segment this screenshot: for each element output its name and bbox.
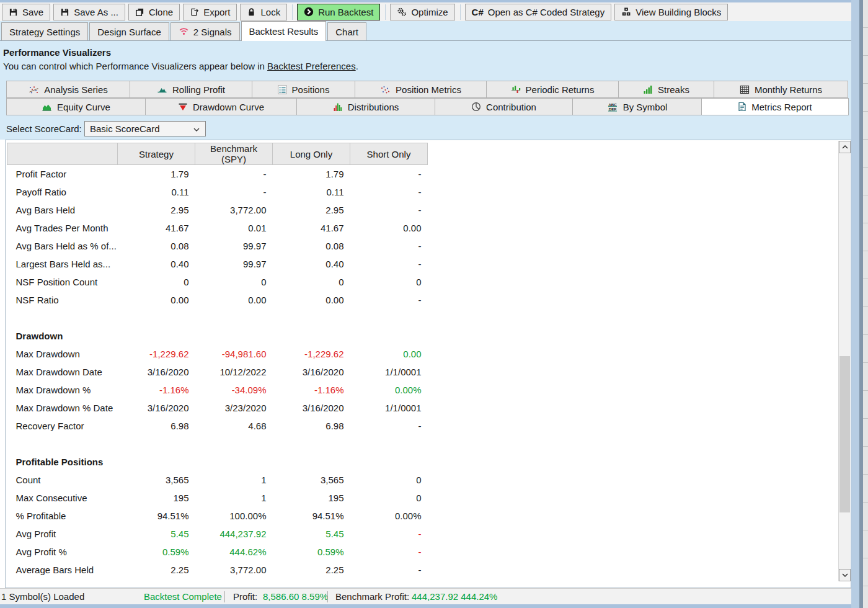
metric-value: 2.25 (118, 561, 195, 579)
save-button[interactable]: Save (2, 4, 50, 20)
export-button-label: Export (203, 7, 230, 17)
metric-value: 3/23/2020 (195, 399, 273, 417)
viz-tab-positions[interactable]: Positions (252, 81, 355, 98)
metric-value: 100.00% (195, 507, 273, 525)
viz-tab-equity-curve[interactable]: Equity Curve (6, 98, 146, 115)
docked-panel-sliver (863, 0, 868, 608)
metric-value: - (350, 291, 428, 309)
metric-row[interactable]: Avg Bars Held as % of...0.0899.970.08- (7, 237, 428, 255)
scrollbar-thumb[interactable] (839, 356, 850, 512)
tab-backtest-results[interactable]: Backtest Results (241, 21, 327, 41)
viz-tab-metrics-report[interactable]: Metrics Report (701, 98, 849, 115)
optimize-icon (397, 7, 407, 17)
export-button[interactable]: Export (183, 4, 237, 20)
metric-row[interactable]: Max Drawdown-1,229.62-94,981.60-1,229.62… (7, 345, 428, 363)
metric-value: 3/16/2020 (273, 363, 350, 381)
viz-tab-drawdown-curve[interactable]: Drawdown Curve (145, 98, 297, 115)
metric-value: 3,772.00 (195, 201, 273, 219)
save-as-button[interactable]: Save As ... (53, 4, 125, 20)
viz-tab-label: Analysis Series (44, 84, 108, 95)
metric-row[interactable]: Largest Bars Held as...0.4099.970.40- (7, 255, 428, 273)
metric-row[interactable]: Average Bars Held2.253,772.002.25- (7, 561, 428, 579)
metric-value: 0.00 (195, 291, 273, 309)
chevron-down-icon (193, 123, 200, 134)
signals-icon (179, 27, 189, 37)
viz-tab-rolling-profit[interactable]: Rolling Profit (130, 81, 252, 98)
metric-label (7, 435, 118, 453)
view-building-blocks-button[interactable]: View Building Blocks (614, 4, 728, 20)
tab-label: Strategy Settings (9, 27, 80, 37)
viz-tab-periodic-returns[interactable]: Periodic Returns (486, 81, 619, 98)
column-header-long-only: Long Only (273, 143, 350, 165)
metric-value (195, 435, 273, 453)
scorecard-dropdown[interactable]: Basic ScoreCard (84, 121, 206, 136)
metric-value: 6.98 (118, 417, 195, 435)
viz-tab-distributions[interactable]: Distributions (296, 98, 435, 115)
toolbar-separator (460, 4, 461, 20)
tab-label: Chart (335, 27, 358, 37)
metric-row[interactable]: Profit Factor1.79-1.79- (7, 165, 428, 183)
metric-value: 0.40 (273, 255, 350, 273)
monthly-returns-icon (740, 85, 750, 94)
metric-row[interactable]: Avg Profit %0.59%444.62%0.59%- (7, 543, 428, 561)
metric-row[interactable]: Count3,56513,5650 (7, 471, 428, 489)
metric-value: -1.16% (273, 381, 350, 399)
metric-value: 94.51% (118, 507, 195, 525)
metric-row[interactable]: Max Drawdown Date3/16/202010/12/20223/16… (7, 363, 428, 381)
metric-value: 0.00% (350, 507, 428, 525)
viz-tab-position-metrics[interactable]: Position Metrics (355, 81, 487, 98)
scrollbar-down-button[interactable] (839, 569, 851, 581)
vertical-scrollbar[interactable] (838, 141, 850, 581)
metric-value: 444.62% (195, 543, 273, 561)
clone-button[interactable]: Clone (128, 4, 180, 20)
spacer-row (7, 309, 428, 327)
metric-value: 94.51% (273, 507, 350, 525)
metric-value: 0.00 (118, 291, 195, 309)
optimize-button[interactable]: Optimize (390, 4, 454, 20)
metric-value: 1.79 (118, 165, 195, 183)
tab-signals[interactable]: 2 Signals (170, 22, 240, 40)
viz-tab-streaks[interactable]: Streaks (618, 81, 714, 98)
metric-row[interactable]: Max Consecutive19511950 (7, 489, 428, 507)
run-backtest-button[interactable]: Run Backtest (297, 4, 380, 20)
viz-tab-contribution[interactable]: Contribution (435, 98, 573, 115)
lock-button[interactable]: Lock (240, 4, 287, 20)
metric-row[interactable]: Avg Trades Per Month41.670.0141.670.00 (7, 219, 428, 237)
toolbar-separator (385, 4, 386, 20)
open-csharp-strategy-button[interactable]: C# Open as C# Coded Strategy (465, 4, 612, 20)
viz-tab-by-symbol[interactable]: ABCDEF By Symbol (572, 98, 702, 115)
metric-value (273, 309, 350, 327)
metric-value: 5.45 (273, 525, 350, 543)
clone-icon (135, 7, 144, 17)
metric-value: 0.00% (350, 381, 428, 399)
tab-strategy-settings[interactable]: Strategy Settings (1, 22, 88, 40)
metric-row[interactable]: NSF Position Count0000 (7, 273, 428, 291)
metric-row[interactable]: Recovery Factor6.984.686.98- (7, 417, 428, 435)
viz-tab-label: Drawdown Curve (193, 102, 264, 112)
scrollbar-up-button[interactable] (839, 141, 851, 153)
viz-tab-monthly-returns[interactable]: Monthly Returns (714, 81, 848, 98)
backtest-preferences-link[interactable]: Backtest Preferences (267, 61, 356, 71)
metric-label: Drawdown (7, 327, 118, 345)
metric-row[interactable]: % Profitable94.51%100.00%94.51%0.00% (7, 507, 428, 525)
viz-tab-label: Rolling Profit (172, 84, 225, 95)
metric-value: 0 (118, 273, 195, 291)
metric-row[interactable]: Max Drawdown % Date3/16/20203/23/20203/1… (7, 399, 428, 417)
metrics-table-body: Profit Factor1.79-1.79-Payoff Ratio0.11-… (7, 165, 428, 579)
metric-row[interactable]: NSF Ratio0.000.000.00- (7, 291, 428, 309)
metric-value (350, 309, 428, 327)
metrics-table: Strategy Benchmark (SPY) Long Only Short… (7, 143, 428, 579)
metric-row[interactable]: Avg Bars Held2.953,772.002.95- (7, 201, 428, 219)
viz-tab-label: Position Metrics (396, 84, 461, 95)
metrics-report-icon (738, 102, 746, 112)
viz-tab-analysis-series[interactable]: Analysis Series (6, 81, 130, 98)
metric-value: - (350, 561, 428, 579)
metric-value (273, 327, 350, 345)
metric-row[interactable]: Payoff Ratio0.11-0.11- (7, 183, 428, 201)
tab-design-surface[interactable]: Design Surface (89, 22, 169, 40)
tab-chart[interactable]: Chart (327, 22, 366, 40)
metric-row[interactable]: Avg Profit5.45444,237.925.45- (7, 525, 428, 543)
metric-row[interactable]: Max Drawdown %-1.16%-34.09%-1.16%0.00% (7, 381, 428, 399)
status-bar: 1 Symbol(s) Loaded Backtest Complete Pro… (0, 588, 851, 604)
metric-value: 99.97 (195, 255, 273, 273)
